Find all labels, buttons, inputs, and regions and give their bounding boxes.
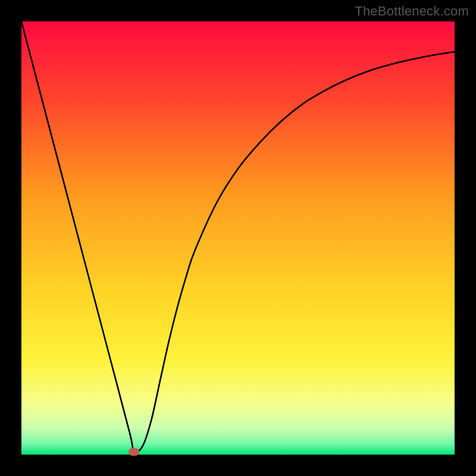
bottleneck-curve: [21, 21, 455, 455]
chart-frame: TheBottleneck.com: [0, 0, 476, 476]
watermark-label: TheBottleneck.com: [355, 4, 469, 19]
plot-area: [21, 21, 455, 455]
optimal-point-marker: [129, 448, 139, 456]
